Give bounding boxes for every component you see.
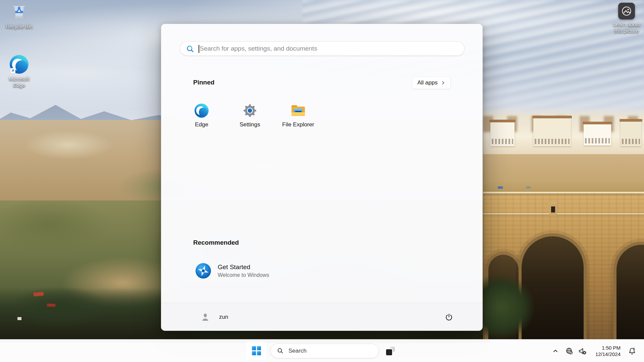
search-icon bbox=[277, 347, 284, 354]
taskbar: Search bbox=[0, 339, 644, 362]
pinned-apps-grid: Edge Settin bbox=[177, 101, 322, 141]
power-button[interactable] bbox=[441, 309, 457, 325]
network-button[interactable] bbox=[563, 344, 576, 358]
notification-bell-dnd-icon: z bbox=[628, 347, 637, 356]
gear-icon bbox=[243, 104, 257, 118]
user-name: zun bbox=[219, 314, 228, 320]
pinned-heading: Pinned bbox=[193, 79, 214, 86]
wallpaper-building bbox=[490, 122, 515, 146]
text-caret bbox=[199, 45, 199, 53]
pinned-app-label: File Explorer bbox=[282, 121, 314, 128]
desktop-icon-label: Recycle Bin bbox=[6, 23, 32, 30]
learn-about-label: Learn about this picture bbox=[611, 21, 642, 34]
no-internet-globe-icon bbox=[565, 347, 574, 355]
user-profile-button[interactable]: zun bbox=[195, 303, 233, 331]
search-icon bbox=[186, 45, 195, 55]
wallpaper-bridge-parapet bbox=[483, 154, 644, 193]
tray-show-hidden-icons[interactable] bbox=[550, 344, 561, 358]
pinned-app-settings[interactable]: Settings bbox=[226, 101, 274, 141]
pinned-app-file-explorer[interactable]: File Explorer bbox=[274, 101, 322, 141]
start-menu-footer: zun bbox=[161, 303, 482, 330]
desktop: Recycle Bin Microsoft Edge Learn about t… bbox=[0, 0, 644, 362]
shortcut-arrow-icon bbox=[10, 68, 15, 73]
desktop-icon-label: Microsoft Edge bbox=[5, 76, 34, 88]
desktop-icon-recycle-bin[interactable]: Recycle Bin bbox=[5, 3, 34, 30]
wallpaper-village bbox=[483, 107, 644, 158]
pinned-app-edge[interactable]: Edge bbox=[177, 101, 226, 141]
recycle-bin-icon bbox=[10, 3, 28, 21]
start-search-box[interactable] bbox=[180, 41, 465, 56]
clock-time: 1:50 PM bbox=[595, 345, 621, 351]
system-tray: 1:50 PM 12/14/2024 z bbox=[550, 340, 639, 362]
taskbar-clock[interactable]: 1:50 PM 12/14/2024 bbox=[593, 343, 623, 359]
wallpaper-building bbox=[533, 118, 571, 146]
svg-text:z: z bbox=[633, 347, 635, 350]
chevron-right-icon bbox=[441, 80, 445, 85]
power-icon bbox=[444, 313, 453, 322]
notifications-button[interactable]: z bbox=[625, 344, 639, 358]
clock-date: 12/14/2024 bbox=[595, 351, 621, 357]
learn-about-picture[interactable]: Learn about this picture bbox=[611, 3, 642, 34]
start-button[interactable] bbox=[246, 342, 267, 360]
wallpaper-house bbox=[17, 317, 21, 320]
edge-icon bbox=[10, 55, 29, 74]
pinned-app-label: Edge bbox=[195, 121, 208, 128]
volume-button[interactable] bbox=[576, 344, 589, 358]
user-icon bbox=[200, 312, 210, 322]
recommended-item-get-started[interactable]: Get Started Welcome to Windows bbox=[192, 260, 332, 282]
wallpaper-car bbox=[526, 186, 531, 189]
wallpaper-bridge-window bbox=[549, 204, 557, 215]
task-view-icon bbox=[386, 346, 395, 355]
picture-icon bbox=[618, 3, 635, 19]
recommended-item-title: Get Started bbox=[218, 263, 269, 271]
wallpaper-roof bbox=[34, 292, 44, 296]
all-apps-label: All apps bbox=[417, 79, 437, 86]
pinned-app-label: Settings bbox=[239, 121, 260, 128]
start-search-input[interactable] bbox=[200, 42, 458, 56]
wallpaper-roof bbox=[47, 303, 55, 307]
start-menu: Pinned All apps Edge bbox=[161, 24, 483, 331]
all-apps-button[interactable]: All apps bbox=[412, 76, 451, 89]
taskbar-search-box[interactable]: Search bbox=[270, 344, 379, 358]
recommended-heading: Recommended bbox=[193, 239, 239, 246]
desktop-icon-microsoft-edge[interactable]: Microsoft Edge bbox=[5, 55, 34, 88]
taskbar-center-group: Search bbox=[246, 342, 398, 360]
wallpaper-bridge-deck bbox=[483, 192, 644, 193]
get-started-icon bbox=[196, 263, 211, 279]
chevron-up-icon bbox=[552, 347, 559, 355]
wallpaper-car bbox=[498, 186, 503, 189]
task-view-button[interactable] bbox=[382, 343, 398, 359]
volume-muted-icon bbox=[578, 347, 587, 356]
wallpaper-building bbox=[584, 124, 611, 145]
edge-icon bbox=[195, 104, 209, 118]
wallpaper-bridge-arch bbox=[616, 245, 644, 339]
wallpaper-bridge-cornice bbox=[483, 213, 644, 215]
taskbar-search-label: Search bbox=[288, 348, 307, 354]
recommended-item-subtitle: Welcome to Windows bbox=[218, 272, 269, 278]
wallpaper-building bbox=[621, 121, 641, 146]
windows-logo-icon bbox=[252, 346, 261, 355]
folder-icon bbox=[291, 104, 305, 118]
